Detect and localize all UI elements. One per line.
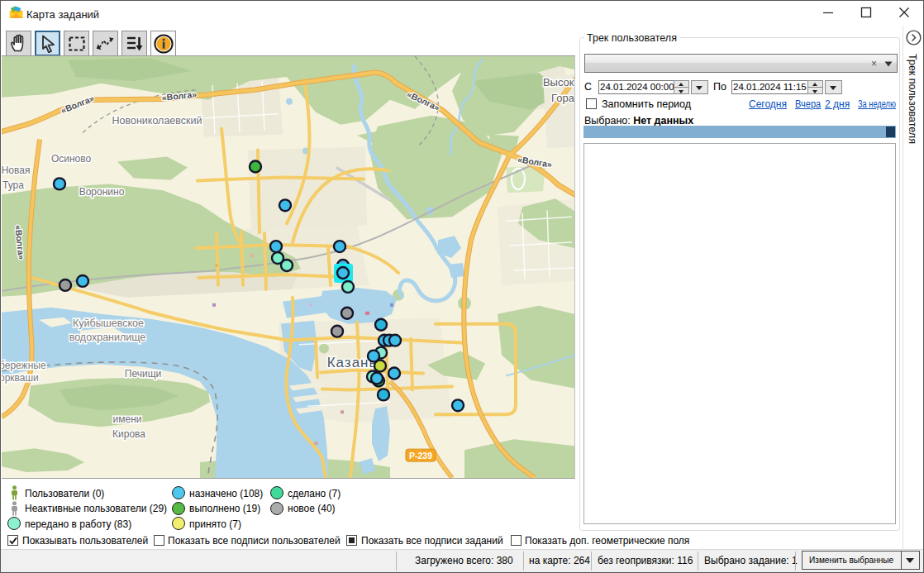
- svg-text:Куйбышевское: Куйбышевское: [73, 318, 144, 329]
- svg-text:Кирова: Кирова: [112, 428, 145, 440]
- svg-text:Новая: Новая: [2, 165, 30, 176]
- svg-text:бережные: бережные: [2, 360, 46, 371]
- svg-text:имени: имени: [113, 413, 142, 425]
- svg-text:Высокая: Высокая: [543, 76, 574, 88]
- svg-text:Гора: Гора: [551, 92, 574, 104]
- svg-text:Воронино: Воронино: [79, 186, 125, 198]
- svg-text:оркваши: оркваши: [2, 372, 39, 384]
- svg-text:Печищи: Печищи: [125, 368, 161, 380]
- svg-text:водохранилище: водохранилище: [69, 332, 146, 343]
- svg-text:Осиново: Осиново: [51, 154, 92, 165]
- svg-text:Тура: Тура: [2, 179, 24, 191]
- svg-text:Новониколаевский: Новониколаевский: [112, 115, 202, 127]
- svg-text:Р-239: Р-239: [409, 451, 432, 461]
